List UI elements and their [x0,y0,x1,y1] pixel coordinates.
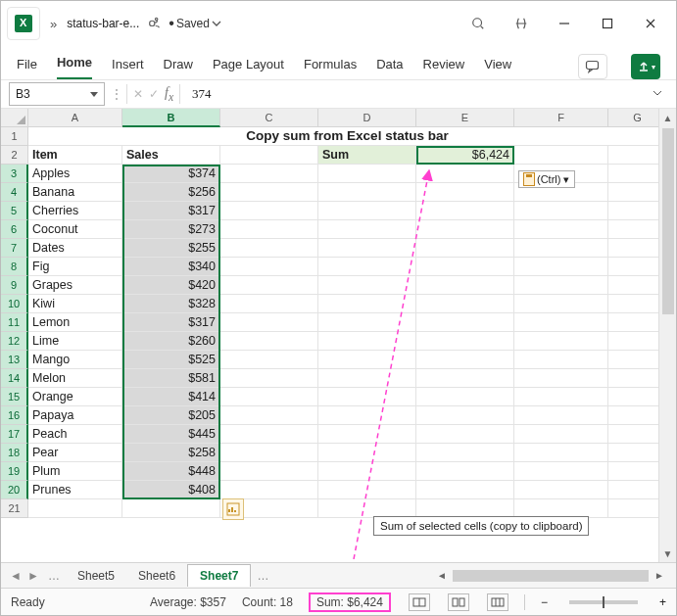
cell-empty[interactable] [318,462,416,481]
cell-empty[interactable] [318,220,416,239]
enter-icon[interactable]: ✓ [149,87,159,101]
cell-empty[interactable] [318,202,416,220]
col-header-e[interactable]: E [416,109,514,127]
hscroll-right[interactable]: ► [651,567,668,585]
col-header-d[interactable]: D [318,109,416,127]
row-header-18[interactable]: 18 [1,444,28,462]
item-cell-10[interactable]: Mango [28,351,122,369]
row-header-1[interactable]: 1 [1,127,28,146]
tab-review[interactable]: Review [423,51,465,79]
tab-file[interactable]: File [17,51,37,79]
row-header-2[interactable]: 2 [1,146,28,165]
view-normal-button[interactable] [409,593,430,611]
status-average[interactable]: Average: $357 [150,595,226,609]
cell-empty[interactable] [220,202,318,220]
resizer-icon[interactable]: ⋮ [111,87,121,101]
sales-cell-17[interactable]: $408 [122,481,220,499]
cell-empty[interactable] [514,425,608,444]
col-header-f[interactable]: F [514,109,608,127]
cell-empty[interactable] [514,406,608,425]
item-cell-13[interactable]: Papaya [28,406,122,425]
col-header-c[interactable]: C [220,109,318,127]
item-cell-8[interactable]: Lemon [28,313,122,332]
sales-cell-7[interactable]: $328 [122,295,220,313]
item-cell-15[interactable]: Pear [28,444,122,462]
search-button[interactable] [459,9,498,38]
sales-cell-4[interactable]: $255 [122,239,220,258]
sales-cell-10[interactable]: $525 [122,351,220,369]
row-header-9[interactable]: 9 [1,276,28,295]
cell-empty[interactable] [514,444,608,462]
cell-empty[interactable] [416,369,514,388]
sales-cell-2[interactable]: $317 [122,202,220,220]
sheet-nav-prev[interactable]: ◄ [7,569,24,583]
cell-empty[interactable] [514,313,608,332]
sales-cell-5[interactable]: $340 [122,258,220,276]
item-cell-5[interactable]: Fig [28,258,122,276]
cell-empty[interactable] [416,295,514,313]
item-cell-11[interactable]: Melon [28,369,122,388]
minimize-button[interactable] [545,9,584,38]
sales-cell-3[interactable]: $273 [122,220,220,239]
cell-empty[interactable] [416,202,514,220]
sales-cell-16[interactable]: $448 [122,462,220,481]
col-header-a[interactable]: A [28,109,122,127]
cell-empty[interactable] [220,444,318,462]
cell-empty[interactable] [122,499,220,518]
formula-input[interactable]: 374 [186,82,641,106]
item-cell-16[interactable]: Plum [28,462,122,481]
item-cell-9[interactable]: Lime [28,332,122,351]
cell-empty[interactable] [220,462,318,481]
row-header-11[interactable]: 11 [1,313,28,332]
cell-empty[interactable] [318,295,416,313]
cell-empty[interactable] [318,239,416,258]
cell-empty[interactable] [514,276,608,295]
sales-cell-12[interactable]: $414 [122,388,220,406]
cell-empty[interactable] [514,258,608,276]
item-cell-7[interactable]: Kiwi [28,295,122,313]
item-cell-3[interactable]: Coconut [28,220,122,239]
status-sum[interactable]: Sum: $6,424 [309,592,391,612]
cell-empty[interactable] [416,276,514,295]
scroll-up-button[interactable]: ▲ [659,109,677,126]
sheet-nav-next[interactable]: ► [24,569,42,583]
close-button[interactable] [631,9,670,38]
sales-cell-14[interactable]: $445 [122,425,220,444]
scroll-thumb[interactable] [662,128,674,314]
cell-empty[interactable] [514,332,608,351]
view-page-layout-button[interactable] [448,593,469,611]
cell-empty[interactable] [416,425,514,444]
row-header-12[interactable]: 12 [1,332,28,351]
cell-empty[interactable] [514,351,608,369]
header-item[interactable]: Item [28,146,122,165]
cell-empty[interactable] [416,388,514,406]
row-header-13[interactable]: 13 [1,351,28,369]
sales-cell-6[interactable]: $420 [122,276,220,295]
cancel-icon[interactable]: ✕ [133,87,143,101]
fx-icon[interactable]: fx [165,85,173,104]
cell-empty[interactable] [220,369,318,388]
cell-empty[interactable] [416,351,514,369]
document-name[interactable]: status-bar-e... [67,17,139,30]
zoom-slider[interactable] [569,600,638,604]
cell-empty[interactable] [220,425,318,444]
cell-empty[interactable] [220,165,318,183]
item-cell-2[interactable]: Cherries [28,202,122,220]
autosave-status[interactable]: •Saved [169,15,221,32]
cell-empty[interactable] [416,332,514,351]
item-cell-12[interactable]: Orange [28,388,122,406]
cell-empty[interactable] [514,369,608,388]
cell-empty[interactable] [318,481,416,499]
cell-empty[interactable] [220,481,318,499]
cell-empty[interactable] [318,351,416,369]
cell-empty[interactable] [220,295,318,313]
sheet-more-right[interactable]: … [251,569,274,583]
sheet-tab-sheet7[interactable]: Sheet7 [187,564,251,587]
sheet-more-left[interactable]: … [42,569,66,583]
row-header-4[interactable]: 4 [1,183,28,202]
hscroll-left[interactable]: ◄ [433,567,451,585]
share-button[interactable]: ▾ [631,54,660,79]
tab-insert[interactable]: Insert [112,51,144,79]
row-header-21[interactable]: 21 [1,499,28,518]
sales-cell-11[interactable]: $581 [122,369,220,388]
